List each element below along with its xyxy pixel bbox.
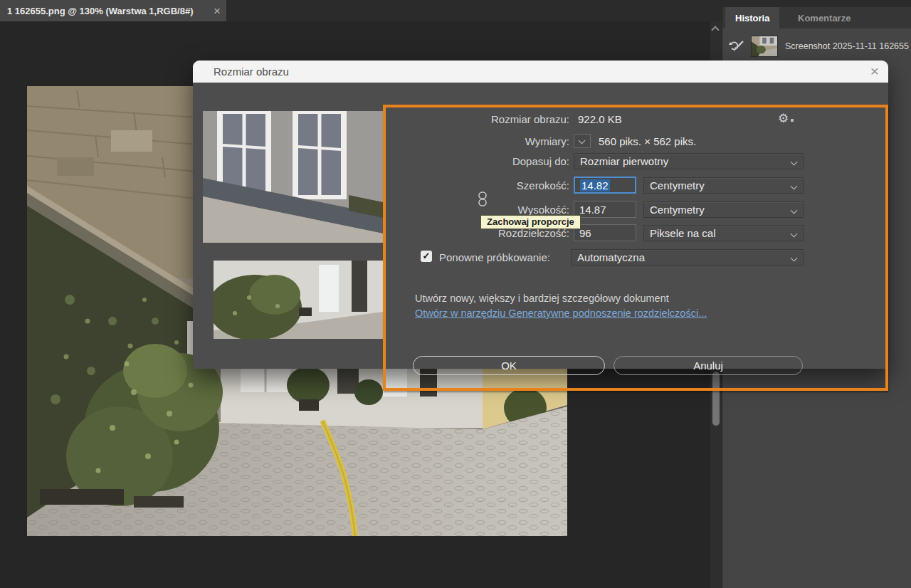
width-label: Szerokość: xyxy=(423,179,569,191)
width-input[interactable]: 14.82 xyxy=(574,177,636,194)
generative-upscale-link[interactable]: Otwórz w narzędziu Generatywne podnoszen… xyxy=(415,308,707,319)
history-item-row[interactable]: Screenshot 2025-11-11 162655 xyxy=(722,33,911,60)
history-item-thumbnail xyxy=(751,36,778,57)
image-size-dialog: Rozmiar obrazu × xyxy=(193,61,888,369)
right-panel-tab-row: Historia Komentarze xyxy=(722,7,911,28)
cancel-button-label: Anuluj xyxy=(693,359,723,372)
upscale-info-text: Utwórz nowy, większy i bardziej szczegół… xyxy=(415,293,669,304)
dialog-close-icon[interactable]: × xyxy=(870,63,879,79)
dialog-title: Rozmiar obrazu xyxy=(214,65,289,78)
resolution-input[interactable]: 96 xyxy=(574,224,636,241)
ok-button-label: OK xyxy=(501,359,517,372)
size-value: 922.0 KB xyxy=(578,113,622,125)
right-panel-top-strip xyxy=(722,0,911,7)
height-unit-select[interactable]: Centymetry xyxy=(643,201,804,218)
dimensions-unit-button[interactable] xyxy=(574,134,591,148)
dimensions-label: Wymiary: xyxy=(423,135,569,147)
fit-to-select[interactable]: Rozmiar pierwotny xyxy=(574,153,804,169)
tab-history-label: Historia xyxy=(735,13,769,23)
height-input[interactable]: 14.87 xyxy=(574,201,636,218)
check-icon: ✓ xyxy=(423,251,431,261)
resample-value: Automatyczna xyxy=(577,251,645,263)
cancel-button[interactable]: Anuluj xyxy=(614,356,803,375)
dialog-titlebar[interactable]: Rozmiar obrazu × xyxy=(193,61,888,83)
history-brush-icon xyxy=(728,38,745,54)
ok-button[interactable]: OK xyxy=(413,356,605,375)
resolution-unit-value: Piksele na cal xyxy=(650,227,716,239)
width-value: 14.82 xyxy=(580,179,610,191)
scrollbar-up-icon[interactable] xyxy=(711,26,719,33)
width-unit-select[interactable]: Centymetry xyxy=(643,177,804,194)
resample-label: Ponowne próbkowanie: xyxy=(439,251,550,263)
size-label: Rozmiar obrazu: xyxy=(423,113,569,125)
tab-comments-label: Komentarze xyxy=(798,13,851,23)
resolution-value: 96 xyxy=(579,227,591,239)
resolution-unit-select[interactable]: Piksele na cal xyxy=(643,225,804,241)
history-item-label: Screenshot 2025-11-11 162655 xyxy=(785,41,909,51)
constrain-proportions-icon[interactable] xyxy=(477,191,488,207)
width-unit-value: Centymetry xyxy=(650,179,705,191)
tab-history[interactable]: Historia xyxy=(725,7,779,28)
gear-icon[interactable]: ⚙ xyxy=(778,111,794,126)
document-tab[interactable]: 1 162655.png @ 130% (Warstwa 1,RGB/8#) × xyxy=(0,0,226,21)
height-value: 14.87 xyxy=(579,204,606,216)
tab-comments[interactable]: Komentarze xyxy=(788,7,860,28)
resample-checkbox[interactable]: ✓ xyxy=(421,251,432,262)
document-tab-close-icon[interactable]: × xyxy=(214,5,221,17)
fit-to-value: Rozmiar pierwotny xyxy=(580,155,668,167)
document-tab-title: 1 162655.png @ 130% (Warstwa 1,RGB/8#) xyxy=(7,6,209,16)
photoshop-window: 1 162655.png @ 130% (Warstwa 1,RGB/8#) × xyxy=(0,0,911,588)
dialog-form: Rozmiar obrazu: 922.0 KB ⚙ Wymiary: 560 … xyxy=(193,83,888,369)
height-unit-value: Centymetry xyxy=(650,204,705,216)
dimensions-value: 560 piks. × 562 piks. xyxy=(599,135,696,147)
constrain-proportions-tooltip: Zachowaj proporcje xyxy=(480,215,581,229)
fit-to-label: Dopasuj do: xyxy=(423,155,569,167)
height-label: Wysokość: xyxy=(423,204,569,216)
resample-select[interactable]: Automatyczna xyxy=(571,249,804,266)
